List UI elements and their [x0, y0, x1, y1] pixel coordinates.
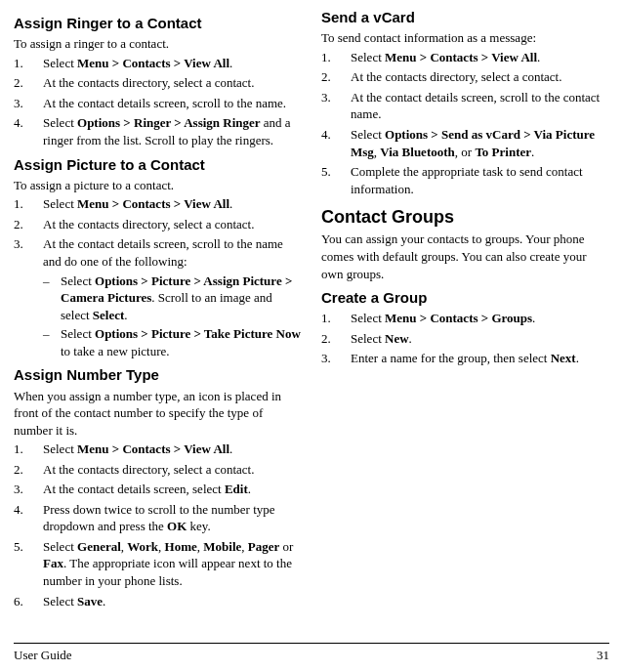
- list-item: 3.At the contact details screen, scroll …: [14, 95, 302, 112]
- list-item: 1.Select Menu > Contacts > View All.: [14, 55, 302, 72]
- content-columns: Assign Ringer to a Contact To assign a r…: [14, 8, 609, 631]
- steps-numtype: 1.Select Menu > Contacts > View All. 2.A…: [14, 441, 302, 609]
- heading-assign-ringer: Assign Ringer to a Contact: [14, 14, 302, 33]
- list-item: 3.Enter a name for the group, then selec…: [321, 350, 609, 367]
- list-item: 2.At the contacts directory, select a co…: [14, 216, 302, 233]
- heading-assign-picture: Assign Picture to a Contact: [14, 155, 302, 175]
- footer-title: User Guide: [14, 647, 72, 664]
- intro-text: To send contact information as a message…: [321, 29, 609, 47]
- list-item: –Select Options > Picture > Take Picture…: [43, 325, 302, 359]
- intro-text: To assign a ringer to a contact.: [14, 35, 302, 53]
- list-item: 4.Select Options > Ringer > Assign Ringe…: [14, 114, 302, 148]
- list-item: 1.Select Menu > Contacts > View All.: [14, 441, 302, 458]
- steps-picture: 1.Select Menu > Contacts > View All. 2.A…: [14, 195, 302, 359]
- heading-create-group: Create a Group: [321, 288, 609, 308]
- list-item: 1.Select Menu > Contacts > Groups.: [321, 310, 609, 327]
- heading-number-type: Assign Number Type: [14, 365, 302, 385]
- list-item: 5.Complete the appropriate task to send …: [321, 163, 609, 197]
- sublist: –Select Options > Picture > Assign Pictu…: [43, 273, 302, 360]
- list-item: 2.At the contacts directory, select a co…: [14, 461, 302, 479]
- steps-ringer: 1.Select Menu > Contacts > View All. 2.A…: [14, 55, 302, 149]
- list-item: –Select Options > Picture > Assign Pictu…: [43, 273, 302, 324]
- intro-text: You can assign your contacts to groups. …: [321, 231, 609, 282]
- heading-contact-groups: Contact Groups: [321, 205, 609, 229]
- list-item: 4.Select Options > Send as vCard > Via P…: [321, 126, 609, 160]
- list-item: 6.Select Save.: [14, 593, 302, 610]
- list-item: 1.Select Menu > Contacts > View All.: [14, 195, 302, 213]
- intro-text: To assign a picture to a contact.: [14, 177, 302, 194]
- list-item: 3.At the contact details screen, select …: [14, 481, 302, 498]
- list-item: 4.Press down twice to scroll to the numb…: [14, 501, 302, 535]
- intro-text: When you assign a number type, an icon i…: [14, 388, 302, 440]
- page-number: 31: [597, 647, 609, 664]
- list-item: 2.At the contacts directory, select a co…: [14, 74, 302, 92]
- heading-vcard: Send a vCard: [321, 8, 609, 27]
- steps-vcard: 1.Select Menu > Contacts > View All. 2.A…: [321, 49, 609, 197]
- page-footer: User Guide 31: [14, 643, 609, 664]
- list-item: 2.Select New.: [321, 330, 609, 348]
- list-item: 1.Select Menu > Contacts > View All.: [321, 49, 609, 66]
- list-item: 2.At the contacts directory, select a co…: [321, 68, 609, 86]
- list-item: 3.At the contact details screen, scroll …: [14, 235, 302, 359]
- steps-create-group: 1.Select Menu > Contacts > Groups. 2.Sel…: [321, 310, 609, 367]
- list-item: 3.At the contact details screen, scroll …: [321, 89, 609, 123]
- list-item: 5.Select General, Work, Home, Mobile, Pa…: [14, 538, 302, 590]
